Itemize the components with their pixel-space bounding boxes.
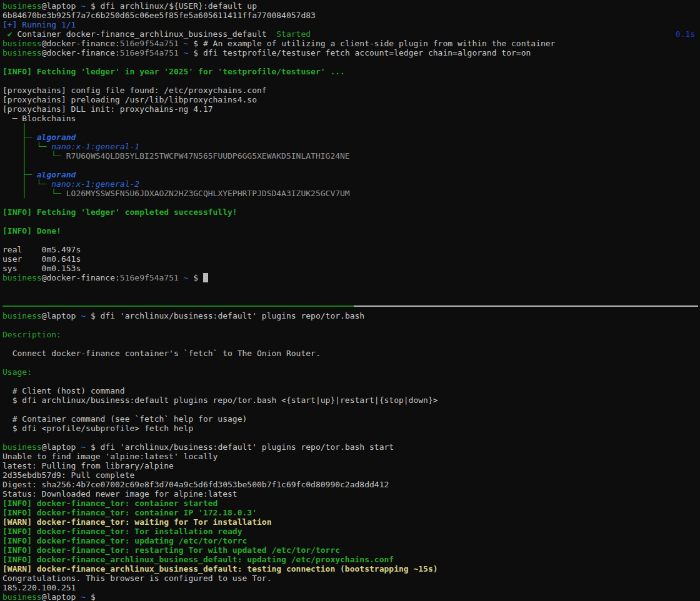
check-icon: ✔ (8, 29, 12, 39)
warn-line: [WARN] docker-finance_tor: waiting for T… (2, 517, 700, 527)
text-segment (179, 39, 184, 48)
tree-branch: │ └─ (2, 142, 51, 151)
username: business (2, 1, 42, 11)
description-heading: Description: (2, 330, 61, 339)
output-line: Status: Downloaded newer image for alpin… (2, 489, 700, 499)
blank-line (2, 217, 700, 226)
chain-name: algorand (37, 132, 76, 142)
blank-line (2, 282, 700, 292)
terminal-output[interactable]: business@laptop ~ $ dfi archlinux/${USER… (0, 0, 700, 601)
output-line: Congratulations. This browser is configu… (2, 574, 700, 583)
text-segment (2, 29, 8, 39)
text-segment: [INFO] docker-finance_tor: container IP … (2, 508, 257, 517)
command-comment: $ # An example of utilizing a client-sid… (188, 39, 555, 48)
text-segment: $ (188, 273, 202, 282)
tree-root-line: ─ Blockchains (2, 114, 700, 123)
hostname: @laptop (42, 592, 81, 601)
info-line: [INFO] Fetching 'ledger' completed succe… (2, 207, 700, 217)
cwd-tilde: ~ (184, 39, 189, 48)
prompt-line-host: business@laptop ~ $ dfi archlinux/${USER… (2, 1, 700, 11)
cwd-tilde: ~ (81, 311, 86, 320)
account-name: nano:x-1:general-2 (51, 179, 139, 189)
blank-line (2, 405, 700, 414)
tree-branch: │ └─ (2, 179, 51, 189)
tree-branch: ├─ (2, 132, 37, 142)
output-line: [proxychains] config file found: /etc/pr… (2, 86, 700, 95)
wallet-address: LO26MYSSWSFN5U6JDXAOZN2HZ3GCQHLXYEPHRTPJ… (66, 189, 350, 198)
prompt-line-host: business@laptop ~ $ dfi 'archlinux/busin… (2, 442, 700, 452)
text-segment: [proxychains] preloading /usr/lib/libpro… (2, 95, 257, 104)
help-text-line: # Client (host) command (2, 386, 700, 395)
output-line: latest: Pulling from library/alpine (2, 461, 700, 470)
tree-line: ├─ algorand (2, 132, 700, 142)
tree-line: │ (2, 123, 700, 132)
text-segment: [INFO] docker-finance_tor: restarting To… (2, 545, 340, 555)
text-segment: Unable to find image 'alpine:latest' loc… (2, 452, 218, 461)
text-segment (179, 273, 184, 282)
cwd-tilde: ~ (81, 1, 86, 11)
container-hash: 6b84670be3b925f7a7c6b250d65c06ee5f85fe5a… (2, 11, 316, 20)
blank-line (2, 320, 700, 330)
container-name: Container docker-finance_archlinux_busin… (12, 29, 277, 39)
text-segment: [INFO] Fetching 'ledger' in year '2025' … (2, 67, 345, 76)
username: business (2, 48, 42, 57)
divider-gray-segment (354, 305, 698, 307)
prompt-line-host: business@laptop ~ $ dfi 'archlinux/busin… (2, 311, 700, 320)
cwd-tilde: ~ (184, 273, 189, 282)
text-segment: [INFO] docker-finance_tor: updating /etc… (2, 536, 247, 545)
compose-status-line: [+] Running 1/1 (2, 20, 700, 29)
hostname: @laptop (42, 1, 81, 11)
help-text-line: $ dfi <profile/subprofile> fetch help (2, 424, 700, 433)
cursor (203, 273, 208, 282)
text-segment (695, 29, 700, 39)
blank-line (2, 433, 700, 442)
command: $ dfi 'archlinux/business:default' plugi… (86, 442, 394, 452)
command: $ dfi testprofile/testuser fetch account… (188, 48, 531, 57)
prompt-line-host: business@laptop ~ $ (2, 592, 700, 601)
output-line: 6b84670be3b925f7a7c6b250d65c06ee5f85fe5a… (2, 11, 700, 20)
warn-line: [WARN] docker-finance_archlinux_business… (2, 564, 700, 574)
tor-confirmation: Congratulations. This browser is configu… (2, 574, 271, 583)
timing-line: real 0m5.497s (2, 245, 700, 254)
divider-line (2, 302, 700, 311)
info-line: [INFO] docker-finance_tor: container IP … (2, 508, 700, 517)
info-line: [INFO] Done! (2, 226, 700, 236)
tree-line: │ └─ R7U6QWS4QLDB5YLBI25TWCPW47N565FUUDP… (2, 151, 700, 161)
container-id: 516e9f54a751 (120, 39, 179, 48)
tree-line: │ (2, 161, 700, 170)
hostname: @docker-finance: (42, 39, 120, 48)
text-segment: [WARN] docker-finance_archlinux_business… (2, 564, 438, 574)
tree-line: │ └─ LO26MYSSWSFN5U6JDXAOZN2HZ3GCQHLXYEP… (2, 189, 700, 198)
cwd-tilde: ~ (184, 48, 189, 57)
text-segment: Status: Downloaded newer image for alpin… (2, 489, 238, 499)
help-heading-line: Description: (2, 330, 700, 339)
command: $ dfi 'archlinux/business:default' plugi… (86, 311, 364, 320)
prompt-line-container: business@docker-finance:516e9f54a751 ~ $ (2, 273, 700, 282)
elapsed-time: 0.1s (676, 29, 695, 39)
output-line: 2d35ebdb57d9: Pull complete (2, 470, 700, 480)
tree-branch: │ └─ (2, 189, 66, 198)
info-line: [INFO] docker-finance_tor: container sta… (2, 499, 700, 508)
tree-line: ├─ algorand (2, 170, 700, 179)
text-segment: $ dfi <profile/subprofile> fetch help (2, 424, 193, 433)
info-line: [INFO] Fetching 'ledger' in year '2025' … (2, 67, 700, 76)
tree-line: │ └─ nano:x-1:general-2 (2, 179, 700, 189)
text-segment: sys 0m0.153s (2, 264, 81, 273)
text-segment: 2d35ebdb57d9: Pull complete (2, 470, 134, 480)
blank-line (2, 76, 700, 86)
username: business (2, 273, 42, 282)
text-segment: user 0m0.641s (2, 254, 81, 264)
username: business (2, 442, 42, 452)
status-started: Started (276, 29, 311, 39)
text-segment: [proxychains] config file found: /etc/pr… (2, 86, 267, 95)
blank-line (2, 57, 700, 67)
prompt-line-container: business@docker-finance:516e9f54a751 ~ $… (2, 39, 700, 48)
info-line: [INFO] docker-finance_tor: restarting To… (2, 545, 700, 555)
text-segment (179, 48, 184, 57)
prompt-line-container: business@docker-finance:516e9f54a751 ~ $… (2, 48, 700, 57)
text-segment: [WARN] docker-finance_tor: waiting for T… (2, 517, 271, 527)
usage-heading: Usage: (2, 367, 32, 377)
text-segment: [INFO] Fetching 'ledger' completed succe… (2, 207, 238, 217)
text-segment: [INFO] docker-finance_tor: Tor installat… (2, 527, 242, 536)
hostname: @laptop (42, 311, 81, 320)
